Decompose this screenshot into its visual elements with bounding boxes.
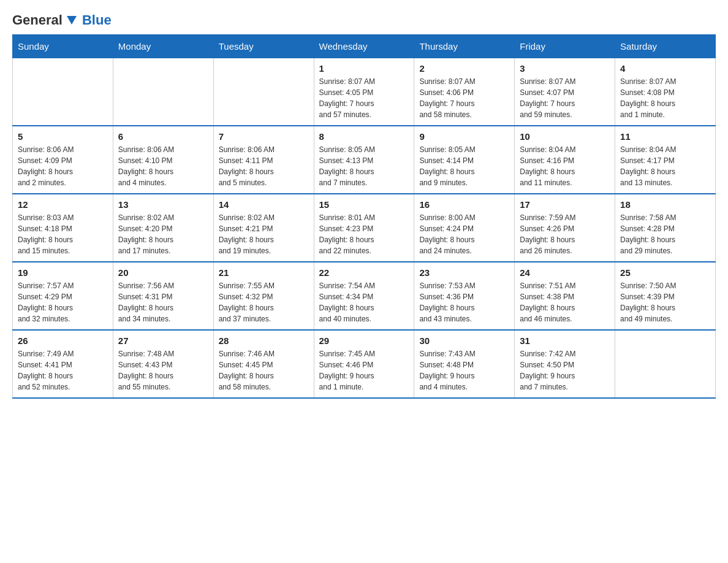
day-cell [113, 58, 213, 126]
logo: General Blue [12, 12, 112, 28]
header-cell-friday: Friday [515, 35, 615, 58]
day-info: Sunrise: 8:03 AM Sunset: 4:18 PM Dayligh… [18, 212, 108, 256]
header-cell-thursday: Thursday [414, 35, 515, 58]
header-row: SundayMondayTuesdayWednesdayThursdayFrid… [13, 35, 716, 58]
day-info: Sunrise: 8:07 AM Sunset: 4:05 PM Dayligh… [319, 76, 409, 120]
day-cell: 29Sunrise: 7:45 AM Sunset: 4:46 PM Dayli… [314, 330, 414, 398]
day-info: Sunrise: 8:01 AM Sunset: 4:23 PM Dayligh… [319, 212, 409, 256]
day-number: 14 [219, 199, 309, 210]
day-number: 4 [620, 63, 710, 74]
day-info: Sunrise: 8:06 AM Sunset: 4:09 PM Dayligh… [18, 144, 108, 188]
day-info: Sunrise: 7:50 AM Sunset: 4:39 PM Dayligh… [620, 280, 710, 324]
day-number: 23 [419, 267, 509, 278]
day-info: Sunrise: 8:05 AM Sunset: 4:13 PM Dayligh… [319, 144, 409, 188]
page-header: General Blue [12, 12, 716, 28]
day-cell: 25Sunrise: 7:50 AM Sunset: 4:39 PM Dayli… [615, 262, 716, 330]
day-info: Sunrise: 8:02 AM Sunset: 4:21 PM Dayligh… [219, 212, 309, 256]
day-info: Sunrise: 7:46 AM Sunset: 4:45 PM Dayligh… [219, 348, 309, 393]
day-cell [615, 330, 716, 398]
day-cell: 11Sunrise: 8:04 AM Sunset: 4:17 PM Dayli… [615, 126, 716, 194]
day-cell: 17Sunrise: 7:59 AM Sunset: 4:26 PM Dayli… [515, 194, 615, 262]
day-info: Sunrise: 7:53 AM Sunset: 4:36 PM Dayligh… [419, 280, 509, 324]
day-info: Sunrise: 8:02 AM Sunset: 4:20 PM Dayligh… [118, 212, 208, 256]
day-number: 1 [319, 63, 409, 74]
header-cell-monday: Monday [113, 35, 213, 58]
day-cell [13, 58, 113, 126]
day-number: 30 [419, 335, 509, 346]
day-cell: 1Sunrise: 8:07 AM Sunset: 4:05 PM Daylig… [314, 58, 414, 126]
day-cell: 21Sunrise: 7:55 AM Sunset: 4:32 PM Dayli… [213, 262, 314, 330]
day-cell: 12Sunrise: 8:03 AM Sunset: 4:18 PM Dayli… [13, 194, 113, 262]
day-cell: 26Sunrise: 7:49 AM Sunset: 4:41 PM Dayli… [13, 330, 113, 398]
day-cell: 30Sunrise: 7:43 AM Sunset: 4:48 PM Dayli… [414, 330, 515, 398]
day-number: 2 [419, 63, 509, 74]
day-number: 5 [18, 131, 108, 142]
logo-general-text: General [12, 12, 63, 28]
svg-marker-0 [67, 16, 77, 25]
day-info: Sunrise: 7:43 AM Sunset: 4:48 PM Dayligh… [419, 348, 509, 393]
day-info: Sunrise: 8:05 AM Sunset: 4:14 PM Dayligh… [419, 144, 509, 188]
day-number: 13 [118, 199, 208, 210]
day-cell: 27Sunrise: 7:48 AM Sunset: 4:43 PM Dayli… [113, 330, 213, 398]
week-row-5: 26Sunrise: 7:49 AM Sunset: 4:41 PM Dayli… [13, 330, 716, 398]
day-cell: 23Sunrise: 7:53 AM Sunset: 4:36 PM Dayli… [414, 262, 515, 330]
header-cell-sunday: Sunday [13, 35, 113, 58]
week-row-2: 5Sunrise: 8:06 AM Sunset: 4:09 PM Daylig… [13, 126, 716, 194]
week-row-4: 19Sunrise: 7:57 AM Sunset: 4:29 PM Dayli… [13, 262, 716, 330]
day-number: 15 [319, 199, 409, 210]
logo-arrow-icon [66, 13, 79, 27]
day-cell: 10Sunrise: 8:04 AM Sunset: 4:16 PM Dayli… [515, 126, 615, 194]
day-number: 18 [620, 199, 710, 210]
day-number: 8 [319, 131, 409, 142]
header-cell-tuesday: Tuesday [213, 35, 314, 58]
day-cell: 14Sunrise: 8:02 AM Sunset: 4:21 PM Dayli… [213, 194, 314, 262]
day-info: Sunrise: 8:06 AM Sunset: 4:11 PM Dayligh… [219, 144, 309, 188]
day-cell: 13Sunrise: 8:02 AM Sunset: 4:20 PM Dayli… [113, 194, 213, 262]
day-number: 11 [620, 131, 710, 142]
day-cell: 19Sunrise: 7:57 AM Sunset: 4:29 PM Dayli… [13, 262, 113, 330]
day-info: Sunrise: 8:07 AM Sunset: 4:08 PM Dayligh… [620, 76, 710, 120]
day-info: Sunrise: 8:00 AM Sunset: 4:24 PM Dayligh… [419, 212, 509, 256]
day-cell: 24Sunrise: 7:51 AM Sunset: 4:38 PM Dayli… [515, 262, 615, 330]
day-cell: 4Sunrise: 8:07 AM Sunset: 4:08 PM Daylig… [615, 58, 716, 126]
day-number: 3 [520, 63, 610, 74]
day-number: 28 [219, 335, 309, 346]
day-cell: 3Sunrise: 8:07 AM Sunset: 4:07 PM Daylig… [515, 58, 615, 126]
day-number: 31 [520, 335, 610, 346]
week-row-3: 12Sunrise: 8:03 AM Sunset: 4:18 PM Dayli… [13, 194, 716, 262]
day-info: Sunrise: 7:48 AM Sunset: 4:43 PM Dayligh… [118, 348, 208, 393]
day-info: Sunrise: 7:51 AM Sunset: 4:38 PM Dayligh… [520, 280, 610, 324]
day-info: Sunrise: 7:42 AM Sunset: 4:50 PM Dayligh… [520, 348, 610, 393]
day-number: 19 [18, 267, 108, 278]
day-number: 17 [520, 199, 610, 210]
day-info: Sunrise: 8:07 AM Sunset: 4:06 PM Dayligh… [419, 76, 509, 120]
day-cell: 22Sunrise: 7:54 AM Sunset: 4:34 PM Dayli… [314, 262, 414, 330]
day-cell: 16Sunrise: 8:00 AM Sunset: 4:24 PM Dayli… [414, 194, 515, 262]
day-info: Sunrise: 7:49 AM Sunset: 4:41 PM Dayligh… [18, 348, 108, 393]
day-number: 21 [219, 267, 309, 278]
day-number: 22 [319, 267, 409, 278]
day-cell: 20Sunrise: 7:56 AM Sunset: 4:31 PM Dayli… [113, 262, 213, 330]
day-cell: 31Sunrise: 7:42 AM Sunset: 4:50 PM Dayli… [515, 330, 615, 398]
day-info: Sunrise: 8:04 AM Sunset: 4:16 PM Dayligh… [520, 144, 610, 188]
day-info: Sunrise: 7:45 AM Sunset: 4:46 PM Dayligh… [319, 348, 409, 393]
day-info: Sunrise: 7:55 AM Sunset: 4:32 PM Dayligh… [219, 280, 309, 324]
day-number: 7 [219, 131, 309, 142]
day-number: 12 [18, 199, 108, 210]
day-cell: 28Sunrise: 7:46 AM Sunset: 4:45 PM Dayli… [213, 330, 314, 398]
day-info: Sunrise: 8:04 AM Sunset: 4:17 PM Dayligh… [620, 144, 710, 188]
day-cell: 2Sunrise: 8:07 AM Sunset: 4:06 PM Daylig… [414, 58, 515, 126]
header-cell-saturday: Saturday [615, 35, 716, 58]
day-number: 6 [118, 131, 208, 142]
day-cell: 8Sunrise: 8:05 AM Sunset: 4:13 PM Daylig… [314, 126, 414, 194]
day-number: 24 [520, 267, 610, 278]
day-cell: 7Sunrise: 8:06 AM Sunset: 4:11 PM Daylig… [213, 126, 314, 194]
day-cell: 6Sunrise: 8:06 AM Sunset: 4:10 PM Daylig… [113, 126, 213, 194]
day-number: 29 [319, 335, 409, 346]
day-info: Sunrise: 8:06 AM Sunset: 4:10 PM Dayligh… [118, 144, 208, 188]
calendar-table: SundayMondayTuesdayWednesdayThursdayFrid… [12, 34, 716, 399]
day-cell: 15Sunrise: 8:01 AM Sunset: 4:23 PM Dayli… [314, 194, 414, 262]
day-number: 27 [118, 335, 208, 346]
day-info: Sunrise: 7:59 AM Sunset: 4:26 PM Dayligh… [520, 212, 610, 256]
day-cell: 18Sunrise: 7:58 AM Sunset: 4:28 PM Dayli… [615, 194, 716, 262]
